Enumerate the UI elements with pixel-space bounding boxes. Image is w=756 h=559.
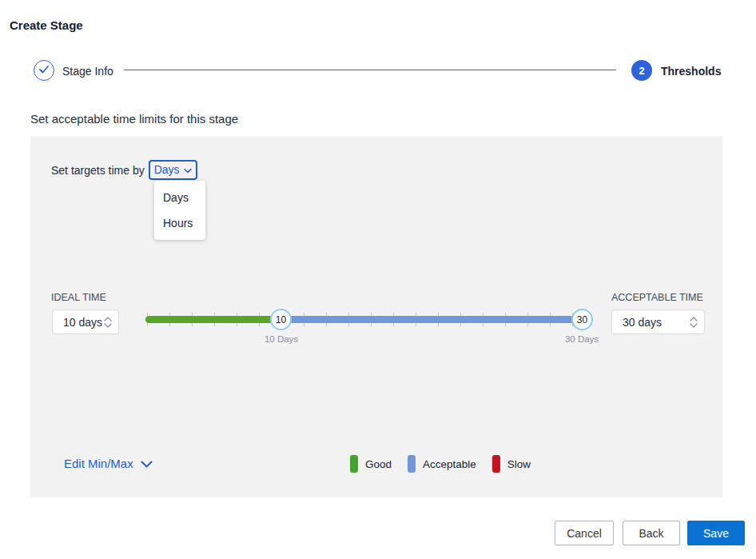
ideal-time-input[interactable]: 10 days: [52, 309, 119, 334]
slider-track-good[interactable]: [145, 316, 281, 323]
slow-swatch-icon: [492, 455, 500, 473]
decrement-icon[interactable]: [104, 323, 112, 328]
increment-icon[interactable]: [690, 317, 698, 321]
unit-option-hours[interactable]: Hours: [154, 210, 205, 236]
legend-entry-slow: Slow: [492, 455, 531, 473]
acceptable-swatch-icon: [408, 455, 416, 473]
ideal-slider-handle[interactable]: 10: [270, 309, 292, 330]
ideal-time-value: 10 days: [63, 316, 102, 329]
good-swatch-icon: [350, 455, 358, 473]
page-title: Create Stage: [10, 18, 83, 32]
ideal-tick-label: 10 Days: [257, 334, 305, 344]
unit-dropdown-trigger[interactable]: Days: [149, 160, 197, 180]
target-time-row: Set targets time by Days: [51, 160, 197, 180]
back-button[interactable]: Back: [623, 521, 680, 545]
acceptable-time-input[interactable]: 30 days: [611, 309, 705, 334]
step-2-label[interactable]: Thresholds: [661, 65, 721, 78]
chevron-down-icon: [184, 163, 192, 176]
target-time-label: Set targets time by: [51, 164, 145, 177]
time-threshold-slider: 10 30 10 Days 30 Days: [145, 306, 595, 338]
acceptable-time-steppers: [690, 317, 698, 328]
edit-minmax-link[interactable]: Edit Min/Max: [64, 457, 153, 470]
cancel-button[interactable]: Cancel: [555, 521, 614, 545]
legend-entry-good: Good: [350, 455, 392, 473]
acceptable-time-label: ACCEPTABLE TIME: [611, 292, 703, 303]
legend-label: Acceptable: [423, 458, 476, 470]
legend-entry-acceptable: Acceptable: [408, 455, 476, 473]
unit-dropdown-value: Days: [154, 163, 180, 176]
unit-option-days[interactable]: Days: [154, 185, 205, 210]
decrement-icon[interactable]: [690, 323, 698, 328]
chevron-down-icon: [141, 457, 153, 470]
step-2-indicator[interactable]: 2: [631, 60, 652, 81]
acceptable-tick-label: 30 Days: [558, 334, 606, 344]
increment-icon[interactable]: [104, 317, 112, 321]
thresholds-panel: Set targets time by Days Days Hours IDEA…: [30, 136, 722, 497]
stepper-connector-line: [124, 70, 616, 70]
legend-label: Good: [365, 458, 392, 470]
save-button[interactable]: Save: [687, 521, 745, 545]
edit-minmax-label: Edit Min/Max: [64, 457, 133, 470]
slider-track-acceptable[interactable]: [281, 316, 592, 323]
step-2-number: 2: [639, 65, 644, 77]
section-heading: Set acceptable time limits for this stag…: [30, 112, 238, 126]
acceptable-time-value: 30 days: [623, 316, 662, 329]
create-stage-dialog: Create Stage Stage Info 2 Thresholds Set…: [0, 0, 756, 559]
step-1-label[interactable]: Stage Info: [62, 65, 113, 78]
unit-dropdown-menu: Days Hours: [154, 181, 205, 240]
threshold-legend: Good Acceptable Slow: [350, 455, 531, 473]
check-icon: [38, 63, 50, 78]
acceptable-slider-handle[interactable]: 30: [571, 309, 593, 330]
legend-label: Slow: [507, 458, 531, 470]
step-1-indicator[interactable]: [34, 60, 54, 81]
ideal-time-label: IDEAL TIME: [51, 292, 106, 303]
ideal-time-steppers: [104, 317, 112, 328]
